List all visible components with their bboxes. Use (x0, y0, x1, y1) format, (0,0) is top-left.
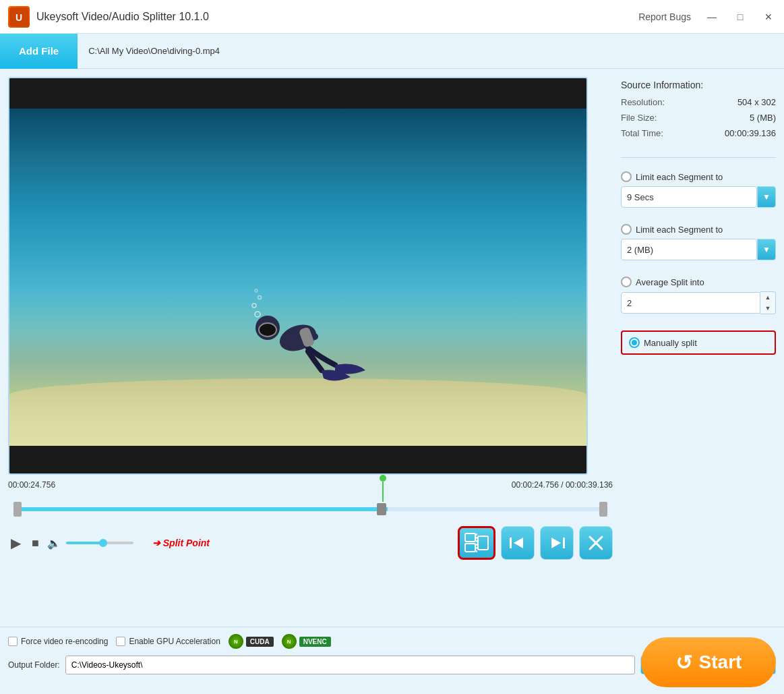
option-segment-mb-row: Limit each Segment to (621, 224, 776, 235)
window-controls: Report Bugs — □ ✕ (638, 9, 776, 24)
split-point-button[interactable] (458, 526, 495, 560)
radio-segment-time[interactable] (621, 171, 632, 182)
video-top-bar (9, 78, 586, 109)
bottom-bar: Force video re-encoding Enable GPU Accel… (0, 627, 784, 694)
start-button[interactable]: ↺ Start (641, 637, 776, 687)
svg-point-8 (258, 296, 262, 299)
timeline-thumb[interactable] (377, 503, 386, 515)
force-encoding-label: Force video re-encoding (21, 637, 108, 646)
svg-rect-12 (478, 536, 488, 550)
minimize-button[interactable]: — (704, 9, 719, 24)
source-info-title: Source Information: (621, 80, 776, 90)
add-file-button[interactable]: Add File (0, 34, 78, 69)
prev-segment-icon (508, 535, 527, 551)
force-encoding-checkbox-label[interactable]: Force video re-encoding (8, 637, 108, 646)
gpu-accel-label: Enable GPU Acceleration (129, 637, 220, 646)
radio-average-split[interactable] (621, 277, 632, 287)
radio-segment-mb[interactable] (621, 224, 632, 235)
force-encoding-checkbox[interactable] (8, 637, 18, 646)
timeline-handle-right[interactable] (599, 502, 607, 517)
maximize-button[interactable]: □ (733, 9, 748, 24)
output-path-input[interactable] (65, 656, 635, 674)
manually-split-label: Manually split (644, 338, 697, 348)
time-current: 00:00:24.756 (8, 480, 55, 490)
diver-figure (204, 277, 392, 385)
report-bugs-button[interactable]: Report Bugs (638, 11, 691, 22)
svg-text:U: U (16, 12, 22, 23)
output-folder-label: Output Folder: (8, 660, 60, 670)
sand-bottom (9, 378, 586, 446)
svg-rect-16 (563, 538, 565, 548)
video-bottom-bar (9, 446, 586, 475)
resolution-value: 504 x 302 (737, 97, 776, 107)
controls-row: ▶ ■ 🔈 ➔ Split Point (8, 526, 613, 560)
svg-rect-14 (510, 538, 512, 548)
start-label: Start (699, 652, 742, 673)
timeline-handle-left[interactable] (13, 502, 22, 517)
volume-thumb (99, 539, 107, 547)
nvidia-logo-cuda: N (229, 634, 243, 649)
segment-mb-select[interactable]: 2 (MB) 5 (MB) 10 (MB) (621, 239, 757, 260)
option-segment-time-row: Limit each Segment to (621, 171, 776, 182)
next-segment-button[interactable] (540, 526, 574, 560)
delete-segment-button[interactable] (579, 526, 613, 560)
segment-mb-select-arrow[interactable]: ▼ (757, 239, 776, 260)
info-row-resolution: Resolution: 504 x 302 (621, 97, 776, 107)
spinner-down[interactable]: ▼ (760, 303, 775, 314)
manually-split-option[interactable]: Manually split (621, 330, 776, 355)
filesize-label: File Size: (621, 113, 657, 123)
segment-time-select-arrow[interactable]: ▼ (757, 186, 776, 208)
option-average-split: Average Split into ▲ ▼ (621, 277, 776, 314)
timeline-track[interactable] (13, 507, 607, 511)
time-display: 00:00:24.756 00:00:24.756 / 00:00:39.136 (8, 480, 613, 490)
option-average-split-row: Average Split into (621, 277, 776, 287)
split-arrow-icon: ➔ (152, 538, 160, 548)
average-split-label: Average Split into (636, 277, 704, 287)
volume-slider[interactable] (66, 542, 133, 544)
totaltime-label: Total Time: (621, 128, 663, 138)
gpu-accel-checkbox[interactable] (116, 637, 125, 646)
video-panel: 00:00:24.756 00:00:24.756 / 00:00:39.136… (8, 77, 613, 618)
average-split-input[interactable] (621, 292, 760, 314)
nvenc-tag: NVENC (299, 637, 331, 647)
segment-mb-label: Limit each Segment to (636, 225, 723, 235)
svg-marker-15 (514, 538, 523, 548)
split-marker (380, 475, 386, 502)
radio-manually-split[interactable] (629, 337, 640, 348)
info-row-filesize: File Size: 5 (MB) (621, 113, 776, 123)
close-button[interactable]: ✕ (761, 9, 776, 24)
svg-marker-17 (551, 538, 561, 548)
timeline-container[interactable] (8, 494, 613, 521)
right-panel: Source Information: Resolution: 504 x 30… (621, 77, 776, 618)
svg-point-7 (252, 303, 256, 308)
segment-time-select[interactable]: 9 Secs 10 Secs 15 Secs 20 Secs 30 Secs (621, 186, 757, 208)
average-split-input-row: ▲ ▼ (621, 291, 776, 314)
app-title: Ukeysoft Video/Audio Splitter 10.1.0 (36, 11, 638, 23)
next-segment-icon (547, 535, 566, 551)
video-main (9, 109, 586, 446)
source-info: Source Information: Resolution: 504 x 30… (621, 80, 776, 144)
divider-1 (621, 157, 776, 158)
segment-mb-select-row: 2 (MB) 5 (MB) 10 (MB) ▼ (621, 239, 776, 260)
svg-point-4 (259, 323, 276, 337)
toolbar: Add File C:\All My Video\One\diving-0.mp… (0, 34, 784, 69)
time-total: 00:00:24.756 / 00:00:39.136 (512, 480, 613, 490)
start-icon: ↺ (675, 651, 692, 674)
info-row-totaltime: Total Time: 00:00:39.136 (621, 128, 776, 138)
filesize-value: 5 (MB) (750, 113, 776, 123)
nvenc-group: N NVENC (282, 634, 331, 649)
segment-time-label: Limit each Segment to (636, 172, 723, 182)
segment-time-select-row: 9 Secs 10 Secs 15 Secs 20 Secs 30 Secs ▼ (621, 186, 776, 208)
app-logo: U (8, 6, 30, 28)
split-point-label: ➔ Split Point (152, 538, 210, 548)
play-button[interactable]: ▶ (8, 532, 24, 554)
title-bar: U Ukeysoft Video/Audio Splitter 10.1.0 R… (0, 0, 784, 34)
prev-segment-button[interactable] (501, 526, 535, 560)
svg-point-9 (255, 289, 258, 292)
cuda-tag: CUDA (246, 637, 274, 647)
gpu-accel-checkbox-label[interactable]: Enable GPU Acceleration (116, 637, 220, 646)
spinner-up[interactable]: ▲ (760, 292, 775, 303)
totaltime-value: 00:00:39.136 (725, 128, 776, 138)
svg-rect-10 (465, 533, 475, 542)
stop-button[interactable]: ■ (29, 533, 42, 553)
